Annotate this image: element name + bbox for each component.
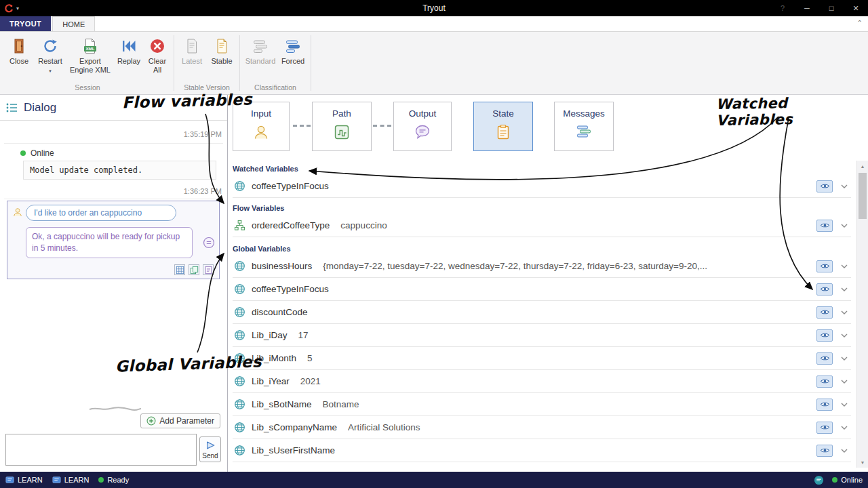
restart-button[interactable]: Restart ▾ [34, 35, 66, 74]
minimize-button[interactable]: ─ [795, 0, 819, 16]
tab-home[interactable]: HOME [52, 16, 95, 31]
chevron-down-icon[interactable] [839, 445, 850, 456]
forced-button[interactable]: Forced [278, 35, 308, 66]
variable-row[interactable]: Lib_iYear 2021 [233, 370, 851, 393]
eye-icon [820, 262, 830, 270]
variable-row[interactable]: Lib_iDay 17 [233, 324, 851, 347]
window-title: Tryout [0, 3, 868, 13]
watch-eye-button[interactable] [816, 422, 833, 434]
scroll-down-button[interactable]: ▼ [857, 457, 868, 468]
person-icon [252, 123, 270, 141]
learn-button[interactable]: LEARN [5, 476, 43, 484]
variable-row[interactable]: Lib_iMonth 5 [233, 347, 851, 370]
variable-row[interactable]: Lib_sUserFirstName [233, 439, 851, 462]
message-input[interactable] [5, 434, 197, 466]
watch-eye-button[interactable] [816, 283, 833, 296]
watch-eye-button[interactable] [816, 375, 833, 388]
variable-value: {monday=7-22, tuesday=7-22, wednesday=7-… [323, 261, 810, 271]
notes-button[interactable] [203, 264, 214, 275]
learn-icon [5, 476, 14, 484]
export-engine-xml-button[interactable]: Export Engine XML [66, 35, 114, 74]
app-logo-icon[interactable] [4, 3, 14, 13]
watch-eye-button[interactable] [816, 180, 833, 192]
chevron-down-icon[interactable] [839, 422, 850, 433]
tab-tryout[interactable]: TRYOUT [0, 16, 51, 31]
button-label: Export Engine XML [69, 57, 111, 74]
clipboard-icon [494, 123, 512, 141]
chevron-down-icon[interactable] [839, 261, 850, 272]
scrollbar-track[interactable]: ▲ ▼ [856, 161, 868, 468]
button-label: Restart [38, 57, 62, 66]
flow-tab-output[interactable]: Output [393, 102, 452, 151]
variable-row[interactable]: coffeeTypeInFocus [233, 278, 851, 301]
variable-name: discountCode [252, 307, 308, 317]
watch-eye-button[interactable] [816, 306, 833, 319]
bot-message-bubble[interactable]: Ok, a cappuccino will be ready for picku… [26, 227, 193, 258]
globe-icon [234, 260, 245, 272]
copy-button[interactable] [189, 264, 199, 275]
scroll-up-button[interactable]: ▲ [857, 161, 868, 171]
clear-all-button[interactable]: Clear All [144, 35, 171, 74]
variable-row[interactable]: orderedCoffeeType cappuccino [233, 214, 851, 237]
variable-row[interactable]: Lib_sCompanyName Artificial Solutions [233, 416, 851, 439]
chevron-down-icon[interactable] [839, 181, 850, 192]
variable-row[interactable]: businessHours {monday=7-22, tuesday=7-22… [233, 255, 851, 278]
watch-eye-button[interactable] [816, 445, 833, 457]
titlebar-dropdown-caret-icon[interactable]: ▾ [16, 5, 19, 12]
stable-button[interactable]: Stable [207, 35, 237, 66]
learn-button[interactable]: LEARN [52, 476, 90, 484]
watch-eye-button[interactable] [816, 352, 833, 365]
chat-status-icon[interactable] [814, 475, 824, 485]
button-label: Close [9, 57, 28, 66]
flow-connector [293, 125, 311, 127]
learn-icon [52, 476, 61, 484]
standard-button: Standard [243, 35, 278, 66]
chevron-down-icon[interactable] [839, 376, 850, 387]
variable-name: coffeeTypeInFocus [252, 181, 329, 191]
flow-tab-input[interactable]: Input [233, 102, 290, 151]
chevron-down-icon[interactable] [839, 330, 850, 341]
flow-tab-state[interactable]: State [473, 102, 533, 151]
button-label: Forced [281, 57, 304, 66]
section-header-watched: Watched Variables [233, 163, 851, 175]
add-parameter-button[interactable]: Add Parameter [140, 413, 220, 428]
comment-icon[interactable] [203, 237, 215, 249]
user-message-bubble[interactable]: I'd like to order an cappuccino [26, 205, 176, 221]
chevron-down-icon[interactable] [839, 399, 850, 410]
divider [4, 199, 223, 199]
variable-row[interactable]: discountCode [233, 301, 851, 324]
variable-row[interactable]: coffeeTypeInFocus [233, 175, 851, 198]
watch-eye-button[interactable] [816, 260, 833, 272]
scroll-thumb[interactable] [859, 173, 867, 219]
collapse-ribbon-icon[interactable]: ⌃ [857, 19, 863, 26]
watch-eye-button[interactable] [816, 220, 833, 232]
door-icon [10, 37, 28, 55]
ribbon-group-label: Session [1, 83, 174, 94]
help-button[interactable]: ? [770, 0, 795, 16]
timestamp: 1:36:23 PM [184, 187, 222, 195]
variable-row[interactable]: Lib_sBotName Botname [233, 393, 851, 416]
maximize-button[interactable]: □ [819, 0, 844, 16]
replay-icon [120, 37, 138, 55]
chevron-down-icon[interactable] [839, 284, 850, 295]
close-session-button[interactable]: Close [4, 35, 34, 66]
ribbon-separator [311, 35, 311, 91]
chevron-down-icon[interactable] [839, 220, 850, 231]
note-icon [204, 266, 213, 274]
flow-tab-path[interactable]: Path [312, 102, 372, 151]
chevron-down-icon[interactable] [839, 307, 850, 318]
close-window-button[interactable]: ✕ [844, 0, 868, 16]
watch-eye-button[interactable] [816, 329, 833, 342]
chat-transaction-box[interactable]: I'd like to order an cappuccino Ok, a ca… [7, 201, 220, 279]
dialog-icon [5, 102, 19, 114]
watch-eye-button[interactable] [816, 399, 833, 411]
variable-name: Lib_sUserFirstName [252, 445, 335, 455]
chevron-down-icon[interactable] [839, 353, 850, 364]
variable-name: orderedCoffeeType [252, 220, 330, 230]
replay-button[interactable]: Replay [114, 35, 144, 66]
flow-tab-messages[interactable]: Messages [554, 102, 614, 151]
globe-icon [234, 375, 245, 387]
send-button[interactable]: Send [199, 436, 221, 462]
table-view-button[interactable] [174, 264, 185, 275]
globe-icon [234, 422, 245, 433]
